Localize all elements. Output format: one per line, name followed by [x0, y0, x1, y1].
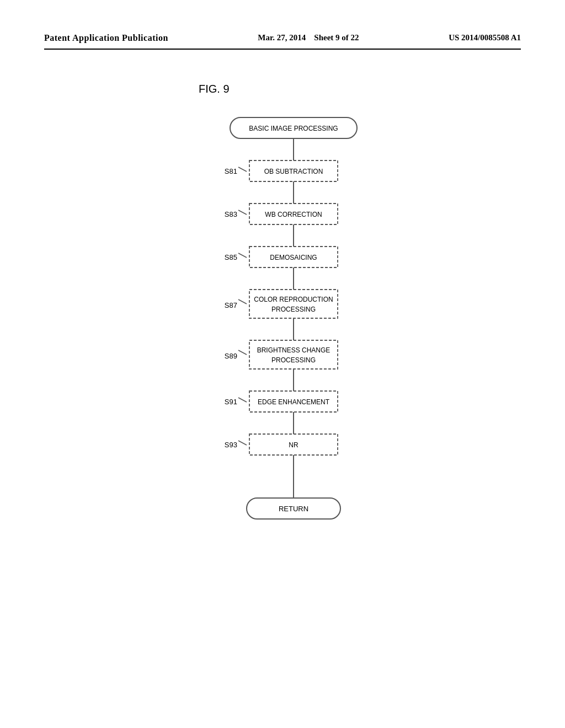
svg-line-20 [238, 441, 247, 445]
s91-text: EDGE ENHANCEMENT [258, 398, 330, 406]
date-sheet: Mar. 27, 2014 Sheet 9 of 22 [258, 33, 359, 42]
svg-line-11 [238, 299, 247, 304]
figure-title: FIG. 9 [199, 83, 521, 95]
s93-text: NR [289, 441, 299, 449]
publication-label: Patent Application Publication [44, 33, 168, 43]
step-s91-label: S91 [225, 398, 237, 406]
s89-text-1: BRIGHTNESS CHANGE [257, 346, 331, 354]
svg-rect-12 [249, 290, 338, 318]
s87-text-2: PROCESSING [271, 306, 316, 313]
svg-line-8 [238, 253, 247, 258]
step-s93-label: S93 [225, 441, 237, 449]
header-divider [44, 49, 521, 50]
step-s89-label: S89 [225, 352, 237, 360]
svg-line-2 [238, 167, 247, 172]
date: Mar. 27, 2014 [258, 33, 306, 42]
s87-text-1: COLOR REPRODUCTION [254, 296, 333, 303]
step-s87-label: S87 [225, 301, 237, 309]
svg-rect-15 [249, 340, 338, 369]
s83-text: WB CORRECTION [265, 211, 322, 218]
s85-text: DEMOSAICING [270, 254, 317, 261]
svg-line-14 [238, 350, 247, 355]
s89-text-2: PROCESSING [271, 356, 316, 364]
step-s81-label: S81 [225, 167, 237, 175]
patent-number: US 2014/0085508 A1 [449, 33, 521, 42]
step-s85-label: S85 [225, 253, 237, 261]
flowchart-diagram: BASIC IMAGE PROCESSING S81 OB SUBTRACTIO… [145, 112, 420, 619]
sheet: Sheet 9 of 22 [314, 33, 359, 42]
start-node-text: BASIC IMAGE PROCESSING [249, 125, 338, 132]
svg-line-17 [238, 398, 247, 402]
page: Patent Application Publication Mar. 27, … [0, 0, 565, 728]
step-s83-label: S83 [225, 210, 237, 218]
s81-text: OB SUBTRACTION [264, 168, 323, 175]
end-node-text: RETURN [279, 505, 308, 513]
svg-line-5 [238, 210, 247, 215]
header: Patent Application Publication Mar. 27, … [44, 33, 521, 43]
